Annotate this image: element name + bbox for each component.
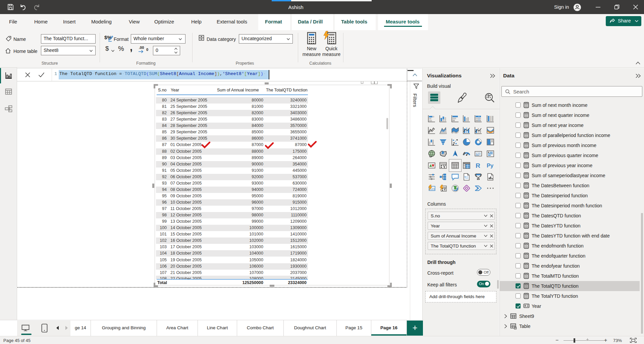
svg-text:Py: Py bbox=[487, 162, 494, 168]
svg-text:R: R bbox=[476, 162, 480, 169]
svg-text:123: 123 bbox=[476, 152, 480, 155]
